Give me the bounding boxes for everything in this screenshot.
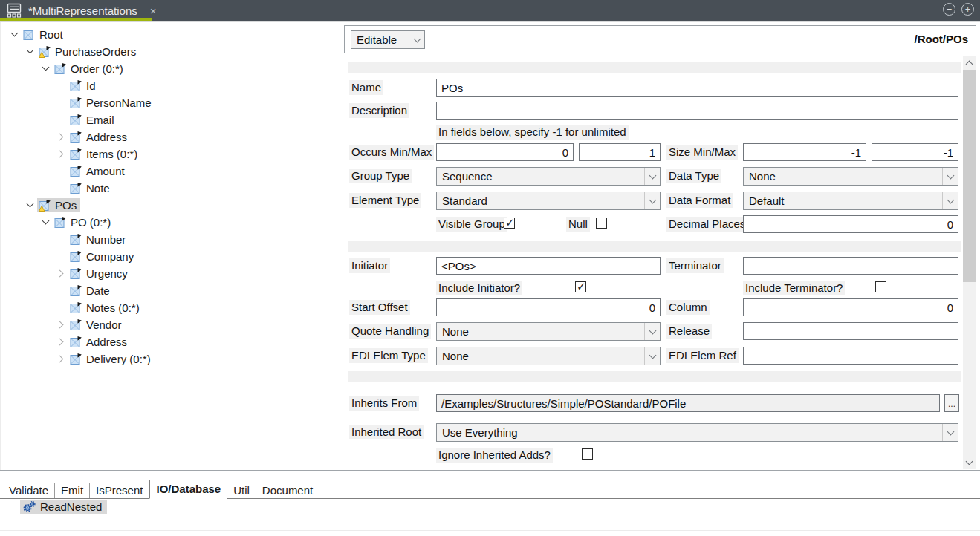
vertical-scrollbar[interactable] [963, 56, 976, 469]
expand-chevron-icon[interactable] [53, 134, 68, 140]
size-min-input[interactable] [743, 143, 866, 161]
terminator-input[interactable] [743, 257, 958, 275]
tree-item-email[interactable]: Email [1, 111, 340, 128]
group-type-select[interactable]: Sequence [436, 167, 661, 186]
edi-elem-type-select[interactable]: None [436, 347, 661, 365]
inherited-root-value: Use Everything [442, 426, 518, 439]
start-offset-input[interactable] [436, 298, 661, 316]
include-terminator-checkbox[interactable] [875, 281, 886, 292]
node-icon [70, 182, 82, 195]
tree-item-notes-0[interactable]: Notes (0:*) [1, 299, 340, 316]
tree-item-vendor[interactable]: Vendor [1, 316, 340, 333]
inherits-from-input[interactable] [436, 394, 940, 412]
expand-chevron-icon[interactable] [53, 151, 68, 157]
column-input[interactable] [743, 298, 958, 316]
collapse-chevron-icon[interactable] [38, 68, 53, 70]
node-icon [54, 216, 67, 229]
tree-item-purchaseorders[interactable]: PurchaseOrders [1, 43, 340, 60]
edi-elem-ref-input[interactable] [743, 347, 958, 365]
group-type-value: Sequence [442, 170, 493, 183]
node-icon [70, 284, 82, 297]
data-type-label: Data Type [666, 169, 721, 183]
tab-io-database[interactable]: IO/Database [149, 480, 227, 499]
tree-item-id[interactable]: Id [1, 77, 340, 94]
chevron-down-icon [942, 424, 958, 441]
collapse-all-icon[interactable]: − [943, 3, 955, 16]
close-tab-icon[interactable]: × [148, 4, 159, 17]
collapse-chevron-icon[interactable] [7, 33, 22, 36]
occurs-max-input[interactable] [579, 143, 661, 161]
tree-item-amount[interactable]: Amount [1, 163, 340, 180]
null-label: Null [566, 217, 590, 232]
chevron-down-icon [644, 323, 660, 340]
collapse-chevron-icon[interactable] [38, 221, 53, 223]
expand-chevron-icon[interactable] [53, 271, 68, 276]
editor-form: Name Description In fields below, specif… [343, 56, 964, 469]
name-input[interactable] [436, 79, 958, 97]
expand-all-icon[interactable]: + [961, 3, 974, 16]
node-icon [70, 267, 82, 280]
chevron-down-icon [942, 192, 958, 209]
initiator-input[interactable] [436, 257, 661, 275]
release-input[interactable] [743, 322, 958, 340]
tree-item-po-0[interactable]: PO (0:*) [1, 214, 340, 231]
tab-ispresent[interactable]: IsPresent [90, 483, 149, 498]
tree-item-urgency[interactable]: Urgency [1, 265, 340, 282]
tree-item-date[interactable]: Date [1, 282, 340, 299]
tree-item-items-0[interactable]: Items (0:*) [1, 146, 340, 163]
include-initiator-checkbox[interactable] [575, 281, 586, 292]
decimal-places-input[interactable] [743, 215, 958, 233]
null-checkbox[interactable] [596, 218, 607, 229]
scroll-down-icon[interactable] [963, 457, 976, 469]
node-icon [70, 353, 82, 365]
expand-chevron-icon[interactable] [53, 322, 68, 327]
schema-tree-panel: RootPurchaseOrdersOrder (0:*)IdPersonNam… [0, 22, 340, 470]
tree-item-label: Vendor [86, 318, 122, 331]
node-icon [70, 97, 82, 109]
node-icon [54, 62, 67, 75]
data-type-select[interactable]: None [743, 167, 958, 186]
edi-elem-ref-label: EDI Elem Ref [666, 348, 739, 363]
element-type-select[interactable]: Standard [436, 192, 661, 210]
description-input[interactable] [436, 102, 958, 120]
size-max-input[interactable] [872, 143, 958, 161]
tab-util[interactable]: Util [227, 483, 256, 498]
section-separator [348, 371, 961, 382]
node-icon [70, 318, 82, 331]
tree-item-address[interactable]: Address [1, 333, 340, 350]
quote-handling-select[interactable]: None [436, 322, 661, 341]
tree-item-number[interactable]: Number [1, 231, 340, 248]
inherited-root-label: Inherited Root [349, 425, 424, 439]
tree-item-address[interactable]: Address [1, 128, 340, 146]
tree-item-delivery-0[interactable]: Delivery (0:*) [1, 350, 340, 367]
element-type-label: Element Type [349, 193, 421, 208]
expand-chevron-icon[interactable] [53, 339, 68, 344]
scroll-up-icon[interactable] [963, 56, 976, 69]
tab-emit[interactable]: Emit [55, 483, 90, 498]
tree-item-root[interactable]: Root [1, 26, 340, 43]
tree-item-personname[interactable]: PersonName [1, 94, 340, 111]
section-separator [348, 241, 961, 252]
tree-item-company[interactable]: Company [1, 248, 340, 265]
data-format-select[interactable]: Default [743, 192, 958, 210]
tree-item-note[interactable]: Note [1, 180, 340, 197]
tab-validate[interactable]: Validate [3, 483, 55, 498]
inherited-root-select[interactable]: Use Everything [436, 423, 958, 442]
tree-item-pos[interactable]: POs [1, 197, 340, 214]
edit-mode-select[interactable]: Editable [351, 30, 425, 49]
function-item-readnested[interactable]: ReadNested [20, 500, 107, 514]
browse-button[interactable]: ... [944, 394, 959, 412]
tree-item-order-0[interactable]: Order (0:*) [1, 60, 340, 77]
collapse-chevron-icon[interactable] [22, 50, 37, 53]
collapse-chevron-icon[interactable] [22, 204, 37, 206]
tab-document[interactable]: Document [256, 483, 319, 498]
node-icon [70, 148, 82, 160]
editor-toolbar: Editable /Root/POs [344, 25, 976, 53]
tree-item-label: Notes (0:*) [86, 301, 140, 314]
scrollbar-thumb[interactable] [963, 70, 976, 282]
ignore-inherited-adds-checkbox[interactable] [582, 448, 593, 460]
expand-chevron-icon[interactable] [53, 356, 68, 362]
visible-group-checkbox[interactable] [504, 218, 515, 229]
tree-item-label: Amount [86, 165, 125, 177]
occurs-min-input[interactable] [436, 143, 574, 161]
